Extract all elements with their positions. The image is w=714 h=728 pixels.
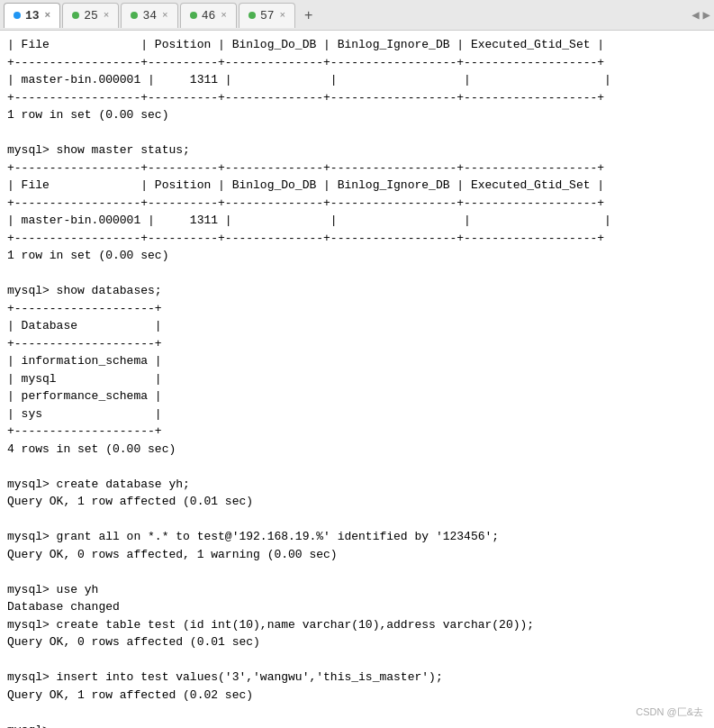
arrow-left-icon[interactable]: ◀ xyxy=(691,7,699,23)
tab-bar: 13×25×34×46×57×+◀▶ xyxy=(0,0,714,31)
watermark: CSDN @匚&去 xyxy=(636,705,703,719)
tab-46[interactable]: 46× xyxy=(180,3,237,28)
tab-13[interactable]: 13× xyxy=(4,3,60,28)
tab-close-13[interactable]: × xyxy=(45,10,51,21)
add-tab-button[interactable]: + xyxy=(297,3,320,28)
tab-close-46[interactable]: × xyxy=(221,10,227,21)
tab-dot-57 xyxy=(249,12,256,19)
terminal-area[interactable]: | File | Position | Binlog_Do_DB | Binlo… xyxy=(0,31,714,728)
tab-34[interactable]: 34× xyxy=(121,3,177,28)
tab-label-34: 34 xyxy=(142,9,157,23)
tab-dot-46 xyxy=(190,12,197,19)
arrow-right-icon[interactable]: ▶ xyxy=(703,7,710,23)
tab-close-34[interactable]: × xyxy=(162,10,168,21)
terminal-content: | File | Position | Binlog_Do_DB | Binlo… xyxy=(7,36,707,728)
tab-label-57: 57 xyxy=(260,9,275,23)
tab-close-25[interactable]: × xyxy=(104,10,110,21)
tab-label-46: 46 xyxy=(202,9,216,23)
tab-label-13: 13 xyxy=(25,9,40,23)
tab-25[interactable]: 25× xyxy=(62,3,119,28)
tab-dot-34 xyxy=(131,12,138,19)
tab-dot-25 xyxy=(72,12,79,19)
nav-arrows: ◀▶ xyxy=(691,7,710,23)
tab-dot-13 xyxy=(14,12,21,19)
tab-57[interactable]: 57× xyxy=(239,3,295,28)
tab-label-25: 25 xyxy=(84,9,98,23)
tab-close-57[interactable]: × xyxy=(279,10,285,21)
